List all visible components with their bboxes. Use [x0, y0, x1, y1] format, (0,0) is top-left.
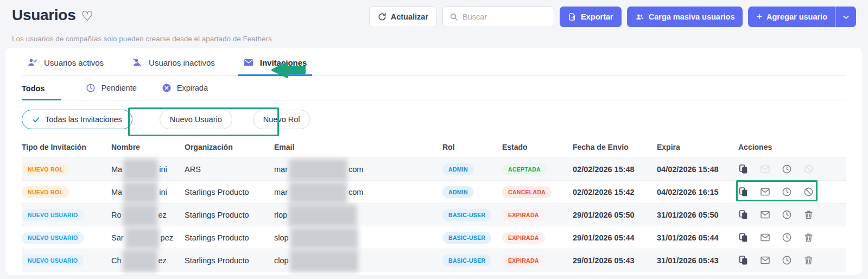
refresh-button[interactable]: Actualizar [369, 7, 437, 27]
add-user-dropdown-button[interactable] [835, 7, 856, 27]
subtab-label: Todos [22, 84, 45, 93]
copy-action-icon[interactable] [738, 210, 749, 220]
bulk-upload-label: Carga masiva usuarios [649, 12, 735, 21]
page-title: Usuarios [12, 7, 75, 24]
subtab-label: Pendiente [101, 84, 136, 92]
email-cell: clop [274, 249, 442, 272]
envelope-icon [243, 57, 254, 68]
bulk-upload-button[interactable]: Carga masiva usuarios [627, 7, 743, 27]
mail-action-icon[interactable] [760, 164, 770, 174]
name-cell: Maini [111, 158, 185, 181]
column-header: Email [274, 138, 442, 158]
mail-action-icon[interactable] [760, 232, 770, 243]
email-visible-suffix: com [349, 165, 363, 174]
ban-action-icon[interactable] [803, 164, 814, 174]
ban-action-icon[interactable] [803, 187, 814, 197]
role-badge: ADMIN [442, 186, 474, 198]
name-visible-prefix: Ro [111, 211, 122, 219]
row-actions [738, 255, 843, 265]
copy-action-icon[interactable] [738, 187, 749, 197]
table-header-row: Tipo de Invitación Nombre Organización E… [22, 138, 846, 158]
trash-action-icon[interactable] [803, 210, 814, 220]
row-actions [738, 232, 843, 243]
organization-cell: ARS [185, 158, 274, 181]
table-row: NUEVO USUARIO Chez Starlings Producto cl… [22, 249, 846, 272]
clock-action-icon[interactable] [782, 187, 792, 197]
user-check-icon [27, 57, 38, 68]
name-cell: Sarpez [111, 226, 185, 249]
column-header: Organización [185, 138, 274, 158]
check-icon [32, 116, 40, 124]
tab-label: Usuarios inactivos [149, 58, 215, 67]
mail-action-icon[interactable] [760, 187, 770, 197]
copy-action-icon[interactable] [738, 255, 749, 265]
filter-all-invitations[interactable]: Todas las Invitaciones [22, 110, 132, 129]
name-visible-suffix: ini [159, 188, 167, 196]
mail-action-icon[interactable] [760, 210, 770, 220]
export-label: Exportar [581, 12, 613, 21]
subtab-expirada[interactable]: Expirada [162, 76, 208, 100]
invitation-type-badge: NUEVO USUARIO [22, 255, 84, 267]
organization-cell: Starlings Producto [185, 249, 274, 272]
chevron-down-icon [842, 13, 850, 21]
page-header: Usuarios ♡ Actualizar Exportar [0, 0, 868, 43]
copy-action-icon[interactable] [738, 164, 749, 174]
refresh-icon [378, 12, 387, 21]
row-actions [738, 210, 843, 220]
clock-action-icon[interactable] [782, 255, 792, 265]
filter-new-role[interactable]: Nuevo Rol [253, 110, 311, 129]
trash-action-icon[interactable] [803, 232, 814, 243]
mail-action-icon[interactable] [760, 255, 770, 265]
content-card: Usuarios activos Usuarios inactivos Invi… [5, 48, 863, 275]
invitation-type-badge: NUEVO USUARIO [22, 232, 84, 244]
role-badge: BASIC-USER [442, 232, 491, 244]
column-header: Nombre [111, 138, 185, 158]
invitation-type-badge: NUEVO ROL [22, 186, 69, 198]
add-user-button[interactable]: + Agregar usuario [748, 7, 835, 27]
sent-date-cell: 29/01/2026 05:50 [573, 204, 657, 226]
organization-cell: Starlings Producto [185, 204, 274, 226]
export-button[interactable]: Exportar [560, 7, 622, 27]
column-header: Rol [442, 138, 502, 158]
expire-date-cell: 31/01/2026 05:44 [657, 226, 738, 249]
tab-label: Usuarios activos [44, 58, 104, 67]
tab-invitaciones[interactable]: Invitaciones [238, 48, 313, 76]
status-badge: CANCELADA [502, 186, 552, 198]
column-header: Acciones [738, 138, 846, 158]
subtab-todos[interactable]: Todos [22, 77, 61, 100]
name-visible-suffix: ini [159, 165, 167, 174]
search-input[interactable] [462, 12, 547, 21]
email-cell: marcom [274, 158, 442, 181]
expire-date-cell: 04/02/2026 16:15 [657, 181, 738, 204]
invitations-table: Tipo de Invitación Nombre Organización E… [22, 138, 846, 272]
name-visible-prefix: Ch [111, 256, 122, 265]
clock-action-icon[interactable] [782, 210, 792, 220]
tab-label: Invitaciones [260, 58, 307, 67]
name-visible-suffix: ez [159, 211, 167, 219]
main-tabs: Usuarios activos Usuarios inactivos Invi… [22, 48, 846, 76]
filter-label: Nuevo Rol [263, 115, 300, 124]
status-badge: EXPIRADA [502, 255, 545, 267]
trash-action-icon[interactable] [803, 255, 814, 265]
table-row: NUEVO ROL Maini ARS marcom ADMIN ACEPTAD… [22, 158, 846, 181]
sent-date-cell: 29/01/2026 05:44 [573, 226, 657, 249]
redacted-email [290, 250, 358, 272]
clock-action-icon[interactable] [782, 164, 792, 174]
row-actions [738, 164, 843, 174]
redacted-name [123, 250, 157, 272]
clock-action-icon[interactable] [782, 232, 792, 243]
favorite-heart-icon[interactable]: ♡ [81, 9, 93, 23]
refresh-label: Actualizar [391, 12, 428, 21]
tab-usuarios-activos[interactable]: Usuarios activos [22, 48, 109, 76]
tab-usuarios-inactivos[interactable]: Usuarios inactivos [126, 48, 220, 76]
redacted-email [289, 182, 347, 204]
subtab-pendiente[interactable]: Pendiente [86, 76, 136, 100]
plus-icon: + [756, 12, 762, 22]
role-badge: BASIC-USER [442, 255, 491, 267]
copy-action-icon[interactable] [738, 232, 749, 243]
redacted-email [289, 159, 347, 181]
filter-new-user[interactable]: Nuevo Usuario [160, 110, 232, 129]
redacted-name [123, 182, 158, 204]
name-visible-suffix: pez [161, 233, 173, 242]
email-visible-prefix: mar [274, 188, 288, 196]
